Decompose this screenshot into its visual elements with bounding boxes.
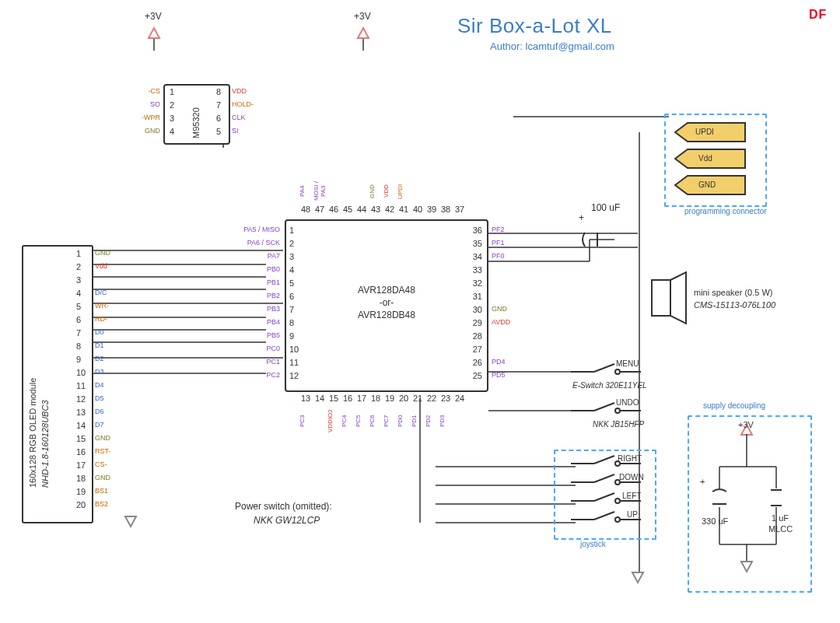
mcu-mid: -or- xyxy=(286,297,487,308)
joy-left: LEFT xyxy=(622,492,641,500)
prog-gnd: GND xyxy=(698,180,716,189)
joy-down: DOWN xyxy=(619,473,644,481)
rail-3v-left: +3V xyxy=(145,11,162,22)
prog-title: programming connector xyxy=(684,207,767,215)
oled-line2: NHD-1.8-160128UBC3 xyxy=(40,278,50,488)
mcu-bot-labs: PC3VDDIO2PC4PC5PC6PC7PD0PD1PD2PD3 xyxy=(299,408,467,434)
decoupling-title: supply decoupling xyxy=(703,401,765,410)
mcu-ic: AVR128DA48 -or- AVR128DB48 xyxy=(285,219,488,392)
decoupling-3v: +3V xyxy=(738,420,754,429)
mcu-bot-nums: 131415161718192021222324 xyxy=(299,394,467,403)
decoupling-box xyxy=(688,415,812,593)
eeprom-left-nums: 1234 xyxy=(170,87,174,140)
speaker-line1: mini speaker (0.5 W) xyxy=(694,288,772,297)
oled-pin-labels: GNDVddD/CWR-RD-D0D1D2D3D4D5D6D7GNDRST-CS… xyxy=(95,249,126,513)
mcu-left-labs: PA5 / MISOPA6 / SCKPA7PB0PB1PB2PB3PB4PB5… xyxy=(233,226,280,384)
btn-menu-part: E-Switch 320E11YEL xyxy=(572,381,647,390)
mcu-left-nums: 123456789101112 xyxy=(289,226,299,384)
svg-text:+: + xyxy=(579,212,584,223)
decoupling-c2a: 1 uF xyxy=(772,513,789,523)
btn-menu-label: MENU xyxy=(616,359,639,368)
cap100-label: 100 uF xyxy=(591,202,620,213)
btn-undo-part: NKK JB15HFP xyxy=(593,420,644,429)
rail-3v-right: +3V xyxy=(354,11,371,22)
joystick-title: joystick xyxy=(580,540,606,548)
mcu-right-nums: 363534333231302928272625 xyxy=(467,226,482,384)
mcu-line1: AVR128DA48 xyxy=(286,285,487,296)
btn-undo-label: UNDO xyxy=(616,398,639,407)
joy-up: UP xyxy=(627,510,638,519)
prog-vdd: Vdd xyxy=(698,154,712,163)
eeprom-right-labs: VDDHOLD-CLKSI xyxy=(232,87,254,140)
mcu-top-labs: PA4MOSI / PA3GNDVDDUPDI xyxy=(299,178,467,205)
mcu-top-nums: 484746454443424140393837 xyxy=(299,205,467,214)
joy-right: RIGHT xyxy=(618,454,642,463)
eeprom-left-labs: -CSSO-WPRGND xyxy=(137,87,160,140)
power-line1: Power switch (omitted): xyxy=(235,501,332,512)
speaker-line2: CMS-15113-076L100 xyxy=(694,300,775,310)
eeprom-right-nums: 8765 xyxy=(216,87,221,140)
eeprom-part: M95320 xyxy=(191,90,201,138)
prog-box xyxy=(664,114,767,207)
decoupling-c1: 330 uF xyxy=(702,516,728,526)
decoupling-c2b: MLCC xyxy=(768,524,793,534)
oled-pin-nums: 1234567891011121314151617181920 xyxy=(76,249,90,513)
power-line2: NKK GW12LCP xyxy=(254,515,320,526)
oled-line1: 160x128 RGB OLED module xyxy=(28,278,37,488)
prog-updi: UPDI xyxy=(695,128,714,136)
mcu-right-labs: PF2PF1PF0GNDAVDDPD4PD5 xyxy=(492,226,523,384)
mcu-line2: AVR128DB48 xyxy=(286,310,487,320)
